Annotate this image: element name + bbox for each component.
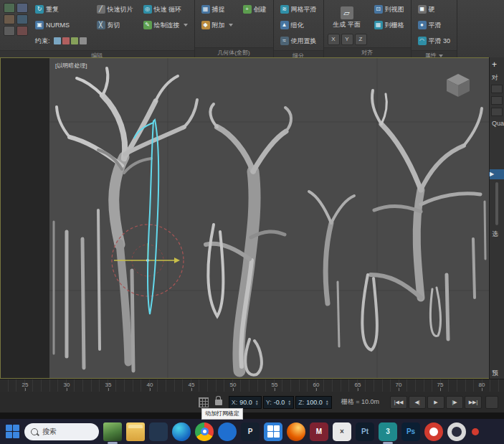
go-to-start-button[interactable]: |◀◀	[390, 396, 407, 409]
make-planar-label: 生成 平面	[333, 21, 361, 28]
spinner-icon[interactable]: ▲▼	[325, 400, 329, 405]
tool-icon[interactable]	[16, 26, 28, 36]
key-mode-toggle-button[interactable]	[485, 396, 498, 409]
ribbon-group-edit: ↻ 重复 ▣ NURMS 约束:	[0, 0, 195, 57]
start-button[interactable]	[4, 424, 20, 440]
align-z-button[interactable]: Z	[355, 34, 367, 45]
constraints-label: 约束:	[35, 37, 50, 46]
chevron-down-icon	[229, 24, 233, 27]
smooth-30-button[interactable]: ◠ 平滑 30	[415, 34, 454, 48]
previous-frame-button[interactable]: ◀|	[409, 396, 426, 409]
panel-object-label: 对	[490, 72, 504, 83]
windows-grid-icon	[267, 425, 280, 438]
tool-icon[interactable]	[4, 26, 15, 36]
align-to-grid-button[interactable]: ▦ 到栅格	[371, 18, 407, 32]
panel-scrollbar[interactable]	[495, 182, 498, 225]
time-slider-track[interactable]: 25 30 35 40 45 50 55 60 65 70 75 80	[0, 379, 504, 393]
x-coordinate-field[interactable]: X: 90.0 ▲▼	[229, 396, 262, 409]
y-coordinate-field[interactable]: Y: -0.0 ▲▼	[263, 396, 294, 409]
chevron-down-icon	[184, 24, 188, 27]
tree-models	[54, 68, 485, 375]
repeat-button[interactable]: ↻ 重复	[32, 2, 90, 16]
search-box[interactable]: 搜索	[24, 423, 99, 440]
nurms-button[interactable]: ▣ NURMS	[32, 18, 90, 32]
panel-expand-button[interactable]: +	[490, 57, 504, 72]
taskbar-icon-green-preview[interactable]	[103, 422, 122, 441]
smooth-icon: ●	[418, 21, 427, 29]
selection-lock-icon[interactable]	[215, 400, 222, 405]
align-x-button[interactable]: X	[328, 34, 340, 45]
taskbar-icon-3ds-max[interactable]: 3	[379, 422, 397, 441]
attach-button[interactable]: ◆ 附加	[199, 18, 236, 32]
create-button[interactable]: + 创建	[240, 2, 270, 16]
constraint-edge-icon[interactable]	[62, 37, 70, 44]
perspective-viewport[interactable]: [以明暗处理]	[0, 57, 490, 379]
repeat-label: 重复	[46, 5, 59, 14]
next-frame-button[interactable]: |▶	[446, 396, 463, 409]
taskbar-icon-app-p[interactable]: P	[241, 422, 260, 441]
hard-icon: ◼	[418, 5, 427, 14]
panel-field[interactable]	[491, 85, 503, 93]
taskbar-icon-app-dark-blue[interactable]	[149, 422, 168, 441]
constraint-none-icon[interactable]	[54, 37, 61, 44]
snap-label: 捕捉	[212, 5, 225, 14]
panel-play-row[interactable]: ▶	[490, 169, 504, 179]
tool-icon[interactable]	[16, 3, 28, 13]
spinner-icon[interactable]: ▲▼	[287, 400, 291, 405]
taskbar-icon-chrome-browser[interactable]	[195, 422, 214, 441]
tessellate-icon: ▲	[280, 21, 289, 29]
tool-icon[interactable]	[4, 14, 15, 24]
taskbar-icon-file-explorer[interactable]	[126, 422, 145, 441]
tessellate-button[interactable]: ▲ 细化	[277, 18, 320, 32]
quick-slice-button[interactable]: ╱ 快速切片	[94, 2, 136, 16]
timeline-tick: 75	[432, 382, 449, 388]
mesh-smooth-button[interactable]: ≋ 网格平滑	[277, 2, 320, 16]
make-planar-button[interactable]: ▱ 生成 平面	[328, 2, 366, 32]
align-y-button[interactable]: Y	[341, 34, 353, 45]
align-to-view-button[interactable]: ⊡ 到视图	[371, 2, 407, 16]
ribbon-group-geometry-label[interactable]: 几何体(全部)	[195, 47, 273, 57]
timeline-tick: 55	[266, 382, 283, 388]
viewcube[interactable]	[447, 74, 470, 97]
timeline-tick: 80	[473, 382, 490, 388]
timeline-tick: 40	[141, 382, 158, 388]
play-button[interactable]: ▶	[427, 396, 444, 409]
taskbar-icon-app-blue-circle[interactable]	[218, 422, 237, 441]
swift-loop-button[interactable]: ◎ 快速 循环	[141, 2, 191, 16]
z-coordinate-field[interactable]: Z: 100.0 ▲▼	[295, 396, 331, 409]
taskbar-icon-app-light[interactable]: ×	[333, 422, 351, 441]
align-to-view-icon: ⊡	[374, 5, 383, 14]
taskbar-icon-app-pt[interactable]: Pt	[356, 422, 374, 441]
panel-field[interactable]	[491, 96, 503, 105]
tool-icon[interactable]	[16, 14, 28, 24]
spinner-icon[interactable]: ▲▼	[255, 400, 259, 405]
taskbar-icon-app-red-ring[interactable]	[424, 422, 443, 441]
taskbar-icon-windows-app[interactable]	[264, 422, 282, 441]
use-displacement-button[interactable]: ≈ 使用置换	[277, 34, 320, 48]
ribbon-group-align-label[interactable]: 对齐	[324, 47, 411, 57]
cut-button[interactable]: ╳ 剪切	[94, 18, 136, 32]
constraint-normal-icon[interactable]	[80, 37, 87, 44]
viewport-shading-label[interactable]: [以明暗处理]	[55, 62, 87, 70]
notification-badge[interactable]	[472, 428, 479, 435]
hard-button[interactable]: ◼ 硬	[415, 2, 454, 16]
taskbar-icon-edge-browser[interactable]	[172, 422, 191, 441]
smooth-button[interactable]: ● 平滑	[415, 18, 454, 32]
taskbar-icon-app-white-ring[interactable]	[447, 422, 466, 441]
taskbar-icon-photoshop[interactable]: Ps	[401, 422, 420, 441]
search-icon	[31, 428, 38, 435]
constraint-face-icon[interactable]	[71, 37, 78, 44]
tool-icon[interactable]	[4, 3, 15, 13]
grid-snap-icon[interactable]	[199, 397, 209, 407]
ribbon-group-geometry-all: ▦ 捕捉 ◆ 附加 + 创建 几何体(全部)	[195, 0, 274, 57]
go-to-end-button[interactable]: ▶▶|	[465, 396, 482, 409]
panel-preview-label: 预	[490, 367, 504, 379]
viewport-canvas[interactable]	[1, 58, 489, 378]
tessellate-label: 细化	[291, 21, 304, 30]
snap-button[interactable]: ▦ 捕捉	[199, 2, 236, 16]
paint-connect-button[interactable]: ✎ 绘制连接	[141, 18, 191, 32]
panel-field[interactable]	[491, 108, 503, 116]
taskbar-icon-firefox-browser[interactable]	[287, 422, 305, 441]
constraints-row: 约束:	[32, 34, 90, 48]
taskbar-icon-app-m[interactable]: M	[310, 422, 328, 441]
